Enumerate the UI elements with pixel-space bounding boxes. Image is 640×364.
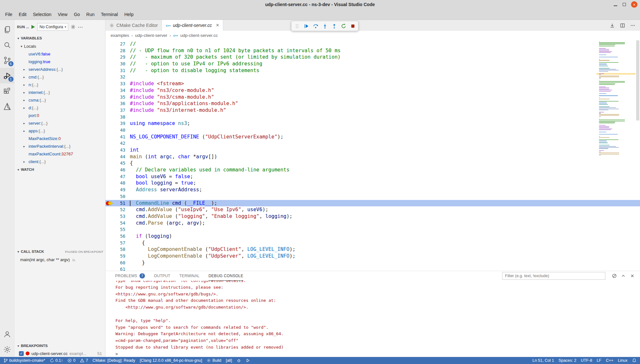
tab-cmake-cache-editor[interactable]: CMake Cache Editor [105,20,162,31]
panel-tab-debug-console[interactable]: DEBUG CONSOLE [208,271,243,281]
restart-button[interactable] [339,22,348,30]
drag-handle-icon[interactable] [293,22,301,30]
menu-selection[interactable]: Selection [30,9,55,20]
debug-settings-gear-icon[interactable] [71,24,76,29]
code-line-52[interactable]: 52 cmd.AddValue ("useIpv6", "Use Ipv6", … [105,206,640,213]
code-line-34[interactable]: 34#include "ns3/core-module.h" [105,87,640,94]
continue-button[interactable] [302,22,310,30]
status-git-sync[interactable]: 0.1↑ [47,357,65,364]
variable-client[interactable]: ▸client: {...} [14,158,105,165]
code-editor[interactable]: 27//28// - UDP flow from n0 to n1 of 102… [105,40,640,271]
code-line-37[interactable]: 37#include "ns3/internet-module.h" [105,107,640,114]
code-line-56[interactable]: 56 if (logging) [105,233,640,240]
code-line-42[interactable]: 42 [105,140,640,147]
panel-tab-output[interactable]: OUTPUT [154,271,170,281]
cmake-tools-icon[interactable] [0,99,14,114]
breadcrumb[interactable]: examples›udp-client-server›C++udp-client… [105,31,640,40]
watch-section-header[interactable]: ▾ WATCH [14,165,105,174]
console-filter-input[interactable] [502,272,605,280]
code-line-38[interactable]: 38 [105,114,640,120]
code-line-35[interactable]: 35#include "ns3/csma-module.h" [105,94,640,101]
scope-locals[interactable]: ▾ Locals [14,42,105,50]
extensions-icon[interactable] [0,83,14,99]
code-line-29[interactable]: 29// - maximum of 320 packets sent (or l… [105,54,640,61]
variable-serverAddress[interactable]: ▸serverAddress: {...} [14,65,105,73]
menu-help[interactable]: Help [121,9,137,20]
code-line-43[interactable]: 43int [105,147,640,153]
code-line-33[interactable]: 33#include <fstream> [105,80,640,87]
status-cmake-build[interactable]: Build [204,357,223,364]
more-actions-icon[interactable] [630,23,636,28]
variable-n[interactable]: ▸n: {...} [14,81,105,88]
breadcrumb-item[interactable]: examples [111,33,129,38]
code-line-55[interactable]: 55 [105,226,640,233]
clear-console-icon[interactable] [611,273,618,278]
code-line-50[interactable]: 50 [105,193,640,200]
code-line-57[interactable]: 57 { [105,240,640,246]
code-line-28[interactable]: 28// - UDP flow from n0 to n1 of 1024 by… [105,47,640,54]
code-line-60[interactable]: 60 } [105,260,640,266]
variable-d[interactable]: ▸d: {...} [14,104,105,112]
breadcrumb-item[interactable]: udp-client-server [135,33,167,38]
source-control-icon[interactable]: 6 [0,53,14,68]
code-line-39[interactable]: 39using namespace ns3; [105,120,640,127]
search-icon[interactable] [0,37,14,53]
variable-MaxPacketSize[interactable]: MaxPacketSize: 0 [14,135,105,142]
menu-edit[interactable]: Edit [16,9,30,20]
split-editor-icon[interactable] [620,23,625,28]
more-actions-icon[interactable]: ··· [78,25,83,29]
debug-console[interactable]: Type "show configuration" for configurat… [105,281,640,357]
status-cmake-target[interactable]: [all] [223,357,234,364]
status-encoding[interactable]: UTF-8 [578,357,594,364]
code-line-36[interactable]: 36#include "ns3/applications-module.h" [105,100,640,107]
code-line-40[interactable]: 40 [105,127,640,134]
debug-config-dropdown[interactable]: No Configura ▾ [37,23,68,31]
code-line-51[interactable]: 51 CommandLine cmd (__FILE__); [105,200,640,207]
menu-file[interactable]: File [2,9,16,20]
status-cmake-debug[interactable] [234,357,243,364]
status-cmake-kit[interactable]: [Clang 12.0.0 x86_64-pc-linux-gnu] [138,357,205,364]
status-cursor-position[interactable]: Ln 51, Col 1 [530,357,556,364]
maximize-panel-icon[interactable] [619,273,627,278]
code-line-32[interactable]: 32 [105,74,640,80]
variables-section-header[interactable]: ▾ VARIABLES [14,34,105,42]
close-tab-icon[interactable]: × [216,23,219,28]
code-line-46[interactable]: 46 // Declare variables used in command-… [105,167,640,173]
status-notifications[interactable] [630,357,639,364]
minimize-button[interactable] [613,2,618,7]
status-remote-os[interactable]: Linux [616,357,630,364]
call-stack-section-header[interactable]: ▾ CALL STACK PAUSED ON BREAKPOINT [14,247,105,256]
variable-apps[interactable]: ▸apps: {...} [14,127,105,135]
status-git-branch[interactable]: buildsystem-cmake* [1,357,47,364]
variable-maxPacketCount[interactable]: maxPacketCount: 32767 [14,150,105,158]
breakpoint-item[interactable]: ✓ udp-client-server.cc exampl... 51 [14,350,105,357]
variable-port[interactable]: port: 0 [14,112,105,119]
stop-button[interactable] [349,22,357,30]
menu-run[interactable]: Run [83,9,98,20]
explorer-icon[interactable] [0,22,14,37]
code-line-48[interactable]: 48 bool logging = true; [105,180,640,186]
editor-scrollbar[interactable] [636,40,639,120]
maximize-button[interactable] [623,3,626,6]
breakpoint-checkbox[interactable]: ✓ [19,351,24,356]
variable-server[interactable]: ▸server: {...} [14,119,105,127]
status-language-mode[interactable]: C++ [603,357,616,364]
breadcrumb-item[interactable]: udp-client-server.cc [180,33,218,38]
step-over-button[interactable] [311,22,320,30]
panel-tab-terminal[interactable]: TERMINAL [179,271,199,281]
variable-csma[interactable]: ▸csma: {...} [14,96,105,104]
minimap[interactable] [596,40,636,124]
console-prompt[interactable]: > [115,351,640,357]
manage-gear-icon[interactable] [0,342,14,357]
menu-view[interactable]: View [55,9,71,20]
code-line-30[interactable]: 30// - option to use IPv4 or IPv6 addres… [105,61,640,67]
menu-terminal[interactable]: Terminal [98,9,121,20]
status-cmake-launch[interactable] [243,357,252,364]
status-eol[interactable]: LF [594,357,604,364]
code-line-61[interactable]: 61 [105,266,640,271]
status-warnings[interactable]: 7 [78,357,90,364]
variable-useV6[interactable]: useV6: false [14,50,105,58]
code-line-58[interactable]: 58 LogComponentEnable ("UdpClient", LOG_… [105,246,640,253]
variable-internet[interactable]: ▸internet: {...} [14,88,105,96]
close-panel-icon[interactable]: × [628,273,636,279]
